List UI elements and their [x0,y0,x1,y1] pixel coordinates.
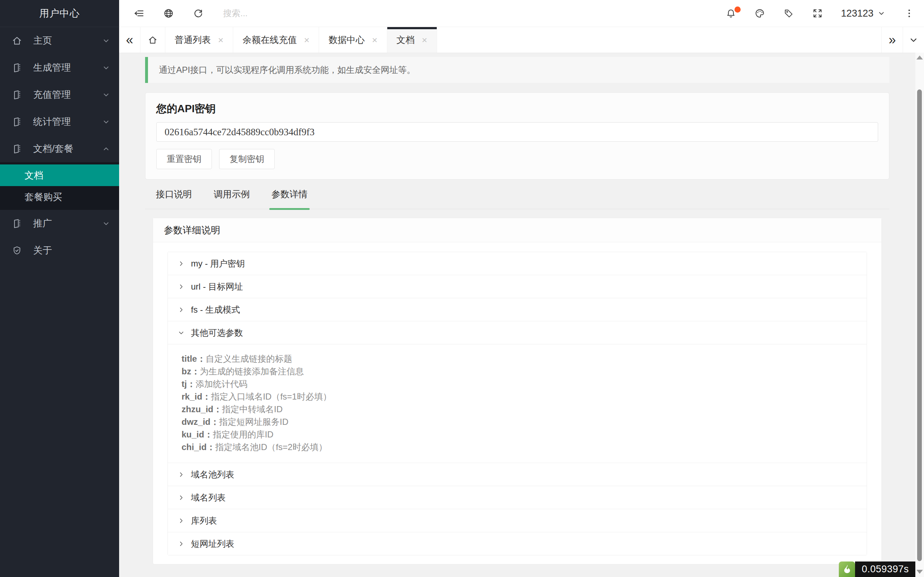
collapse-label: 其他可选参数 [191,327,243,338]
collapse-label: my - 用户密钥 [191,258,245,269]
scrollbar-thumb[interactable] [917,89,922,561]
sidebar-item-label: 主页 [33,34,102,47]
collapse-item-fs: fs - 生成模式 [168,298,867,321]
sidebar-item-statistics[interactable]: 统计管理 [0,108,119,135]
tabbar-right-controls: » [881,27,924,53]
collapse-item-optional-params: 其他可选参数 title：自定义生成链接的标题 bz：为生成的链接添加备注信息 … [168,321,867,463]
close-icon[interactable]: × [422,35,427,45]
copy-key-button[interactable]: 复制密钥 [219,149,275,169]
fullscreen-icon[interactable] [812,8,823,19]
sidebar-item-recharge[interactable]: 充值管理 [0,81,119,108]
close-icon[interactable]: × [304,35,309,45]
param-desc: 指定域名池ID（fs=2时必填） [215,442,327,452]
globe-icon[interactable] [163,8,174,19]
collapse-item-library-list: 库列表 [168,509,867,532]
tab-label: 余额在线充值 [242,34,297,46]
param-desc: 指定入口域名ID（fs=1时必填） [211,392,331,401]
collapse-header-fs[interactable]: fs - 生成模式 [168,298,867,321]
username: 123123 [841,8,874,19]
collapse-item-shorturl-list: 短网址列表 [168,532,867,555]
close-icon[interactable]: × [372,35,377,45]
tab-home[interactable] [141,27,165,53]
tab-call-example[interactable]: 调用示例 [214,188,250,209]
sidebar-item-label: 生成管理 [33,61,102,74]
collapse-item-domain-pool-list: 域名池列表 [168,463,867,486]
user-menu[interactable]: 123123 [841,8,886,19]
tab-data-center[interactable]: 数据中心 × [319,27,387,53]
tab-label: 普通列表 [175,34,211,46]
tab-label: 文档 [397,34,415,46]
notification-badge [735,6,741,13]
param-key: rk_id： [181,392,211,401]
api-key-value: 02616a5744ce72d45889cc0b934df9f3 [165,127,314,138]
tab-label: 数据中心 [328,34,365,46]
tag-icon[interactable] [783,8,794,19]
param-line: chi_id：指定域名池ID（fs=2时必填） [181,441,859,453]
collapse-header-library-list[interactable]: 库列表 [168,509,867,532]
tabs-scroll-left-button[interactable]: « [119,27,141,53]
sidebar-item-promotion[interactable]: 推广 [0,210,119,237]
sidebar-item-about[interactable]: 关于 [0,237,119,264]
api-key-input[interactable]: 02616a5744ce72d45889cc0b934df9f3 [156,122,878,142]
page-tabbar: « 普通列表 × 余额在线充值 × 数据中心 × 文档 × » [119,27,924,53]
api-key-card: 您的API密钥 02616a5744ce72d45889cc0b934df9f3… [145,92,889,180]
refresh-icon[interactable] [193,8,204,19]
topbar-left [134,8,332,19]
doc-icon [11,62,23,73]
chevron-down-icon [877,9,886,18]
chevron-right-icon [177,283,185,291]
param-line: rk_id：指定入口域名ID（fs=1时必填） [181,390,859,403]
sidebar-item-docs-packages[interactable]: 文档/套餐 [0,135,119,162]
search-input[interactable] [222,8,332,19]
sidebar-subitem-docs[interactable]: 文档 [0,164,119,186]
trace-toggle-button[interactable] [839,561,855,577]
collapse-label: 库列表 [191,515,217,527]
api-key-title: 您的API密钥 [156,102,878,115]
scroll-up-arrow-icon[interactable] [916,56,923,60]
param-key: title： [181,354,206,364]
collapse-header-my[interactable]: my - 用户密钥 [168,252,867,275]
collapse-header-domain-pool-list[interactable]: 域名池列表 [168,463,867,486]
parameter-details-panel: 参数详细说明 my - 用户密钥 url - 目标网址 [153,218,882,564]
collapse-header-optional-params[interactable]: 其他可选参数 [168,321,867,344]
collapse-header-shorturl-list[interactable]: 短网址列表 [168,532,867,555]
tab-normal-list[interactable]: 普通列表 × [165,27,233,53]
scroll-down-arrow-icon[interactable] [916,570,923,574]
sidebar-item-generate[interactable]: 生成管理 [0,54,119,81]
collapse-header-domain-list[interactable]: 域名列表 [168,486,867,509]
page-load-time: 0.059397s [855,561,915,577]
tab-parameter-details[interactable]: 参数详情 [271,188,307,209]
param-line: bz：为生成的链接添加备注信息 [181,365,859,377]
theme-palette-icon[interactable] [754,8,765,19]
param-line: tj：添加统计代码 [181,377,859,390]
notifications-button[interactable] [725,8,736,19]
sidebar-item-home[interactable]: 主页 [0,27,119,54]
reset-key-button[interactable]: 重置密钥 [156,149,212,169]
param-desc: 添加统计代码 [195,379,247,389]
sidebar-subitem-package-purchase[interactable]: 套餐购买 [0,186,119,208]
user-center-app: 用户中心 主页 生成管理 充值管理 统计管理 文档/套餐 文档 [0,0,924,577]
param-line: zhzu_id：指定中转域名ID [181,403,859,416]
tab-api-description[interactable]: 接口说明 [156,188,192,209]
chevron-down-icon [102,219,110,228]
close-icon[interactable]: × [218,35,223,45]
param-desc: 指定中转域名ID [222,404,283,414]
collapse-label: 短网址列表 [191,538,234,550]
content-scrollbar[interactable] [915,53,924,577]
collapse-label: url - 目标网址 [191,281,243,292]
tabs-scroll-right-button[interactable]: » [881,27,903,53]
collapse-header-url[interactable]: url - 目标网址 [168,275,867,298]
param-line: title：自定义生成链接的标题 [181,352,859,365]
sidebar-item-label: 推广 [33,217,102,230]
api-info-banner: 通过API接口，可以实现程序化调用系统功能，如生成安全网址等。 [145,57,889,83]
optional-params-content: title：自定义生成链接的标题 bz：为生成的链接添加备注信息 tj：添加统计… [168,344,867,463]
tab-balance-recharge[interactable]: 余额在线充值 × [233,27,319,53]
tab-docs[interactable]: 文档 × [387,27,437,53]
collapse-sidebar-icon[interactable] [134,8,144,19]
param-desc: 指定使用的库ID [213,429,274,439]
panel-body: my - 用户密钥 url - 目标网址 fs - 生成模式 [153,242,881,564]
chevron-right-icon [177,306,185,314]
flame-icon [842,564,853,575]
tabs-menu-button[interactable] [903,27,924,53]
more-menu-icon[interactable] [904,8,914,19]
